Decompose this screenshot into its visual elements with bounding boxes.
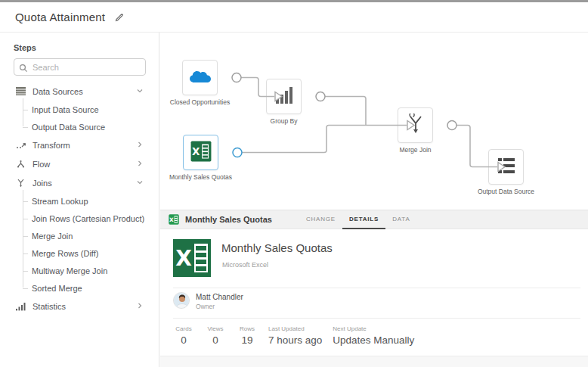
source-name: Monthly Sales Quotas [221, 241, 333, 254]
node-label: Output Data Source [472, 188, 540, 196]
sidebar-item-label: Merge Join [32, 232, 73, 241]
details-panel: X Monthly Sales Quotas CHANGE DETAILS DA… [160, 210, 588, 367]
joins-children: Stream Lookup Join Rows (Cartesian Produ… [0, 192, 159, 297]
details-panel-body: X Monthly Sales Quotas Microsoft Excel M… [160, 229, 588, 367]
node-box[interactable] [398, 107, 433, 143]
sidebar-item-label: Join Rows (Cartesian Product) [32, 214, 144, 223]
sidebar-item-stream-lookup[interactable]: Stream Lookup [0, 192, 159, 210]
sidebar-item-label: Stream Lookup [32, 197, 88, 206]
stat-views: Views 0 [205, 325, 226, 346]
divider [173, 288, 580, 288]
sidebar-item-label: Joins [32, 179, 52, 188]
source-type: Microsoft Excel [222, 261, 268, 269]
steps-tree: Data Sources Input Data Source Output Da… [0, 82, 159, 316]
panel-title: Monthly Sales Quotas [185, 215, 272, 224]
tab-details[interactable]: DETAILS [342, 210, 385, 229]
sidebar-item-label: Flow [32, 160, 50, 169]
node-group-by[interactable]: Group By [249, 79, 318, 126]
chevron-down-icon [136, 87, 144, 96]
joins-icon [15, 177, 26, 188]
sidebar-item-statistics[interactable]: Statistics [0, 297, 159, 316]
stat-value: 7 hours ago [268, 334, 322, 346]
stat-value: 19 [237, 334, 258, 346]
sidebar-item-transform[interactable]: Transform [0, 135, 159, 154]
node-output-data-source[interactable]: Output Data Source [472, 149, 540, 196]
steps-search [14, 58, 146, 76]
sidebar-item-multiway-merge-join[interactable]: Multiway Merge Join [0, 262, 159, 279]
sidebar-item-join-rows[interactable]: Join Rows (Cartesian Product) [0, 210, 159, 227]
panel-footer [160, 356, 588, 367]
node-monthly-sales-quotas[interactable]: X Monthly Sales Quotas [166, 135, 235, 182]
search-input[interactable] [14, 58, 146, 76]
owner-role: Owner [196, 303, 215, 310]
stats-row: Cards 0 Views 0 Rows 19 Last Updated 7 h… [173, 325, 425, 346]
sidebar-item-label: Output Data Source [32, 123, 105, 132]
sidebar-item-label: Transform [32, 141, 70, 150]
tab-data[interactable]: DATA [385, 210, 416, 229]
sidebar-item-sorted-merge[interactable]: Sorted Merge [0, 279, 159, 297]
owner-avatar [173, 292, 190, 309]
transform-icon [15, 139, 26, 151]
stat-label: Last Updated [268, 325, 322, 332]
sidebar-item-label: Input Data Source [32, 105, 99, 114]
stat-label: Views [205, 325, 226, 332]
chevron-right-icon [136, 302, 144, 311]
sidebar-item-joins[interactable]: Joins [0, 173, 159, 192]
excel-large-icon: X [173, 239, 211, 280]
svg-text:X: X [175, 246, 192, 271]
tab-change[interactable]: CHANGE [299, 210, 342, 229]
sidebar-item-input-data-source[interactable]: Input Data Source [0, 101, 159, 118]
sidebar-item-label: Statistics [32, 302, 66, 311]
node-merge-join[interactable]: Merge Join [381, 107, 450, 154]
data-sources-icon [15, 86, 26, 97]
app-header: Quota Attainment [0, 2, 588, 33]
chevron-right-icon [136, 160, 144, 169]
stat-rows: Rows 19 [237, 325, 258, 346]
node-box[interactable] [266, 79, 302, 114]
svg-text:X: X [192, 146, 200, 157]
stat-last-updated: Last Updated 7 hours ago [268, 325, 322, 346]
stat-next-update: Next Update Updates Manually [333, 325, 414, 346]
data-sources-children: Input Data Source Output Data Source [0, 101, 159, 135]
stat-label: Rows [237, 325, 258, 332]
dataflow-canvas[interactable]: Closed Opportunities Group By X Monthly … [160, 33, 588, 210]
stat-value: 0 [173, 334, 194, 346]
sidebar-item-label: Data Sources [32, 87, 83, 96]
node-label: Group By [249, 117, 318, 126]
divider [173, 318, 580, 319]
sidebar-item-output-data-source[interactable]: Output Data Source [0, 118, 159, 135]
node-box[interactable] [488, 149, 524, 185]
node-label: Merge Join [381, 146, 450, 154]
output-rows-icon [497, 157, 515, 177]
merge-join-icon [406, 114, 426, 138]
excel-icon: X [190, 141, 212, 165]
stat-value: 0 [205, 334, 226, 346]
sidebar-item-flow[interactable]: Flow [0, 154, 159, 173]
flow-icon [15, 158, 26, 170]
app-window: Quota Attainment Steps Data Sources [0, 0, 588, 367]
steps-heading: Steps [14, 43, 159, 52]
sidebar-item-label: Sorted Merge [32, 284, 82, 293]
details-panel-header: X Monthly Sales Quotas CHANGE DETAILS DA… [160, 210, 588, 229]
node-box-selected[interactable]: X [183, 135, 218, 170]
chevron-down-icon [136, 179, 144, 188]
sidebar-item-data-sources[interactable]: Data Sources [0, 82, 159, 101]
excel-mini-icon: X [169, 214, 179, 225]
bar-chart-icon [275, 86, 293, 108]
node-closed-opportunities[interactable]: Closed Opportunities [166, 60, 234, 107]
edit-title-pencil-icon[interactable] [114, 12, 125, 23]
sidebar-item-label: Merge Rows (Diff) [32, 249, 98, 258]
search-icon [19, 62, 28, 76]
sidebar-item-merge-join[interactable]: Merge Join [0, 227, 159, 244]
node-label: Closed Opportunities [166, 98, 234, 107]
svg-text:X: X [169, 216, 174, 223]
page-title: Quota Attainment [15, 11, 105, 23]
salesforce-cloud-icon [187, 67, 213, 89]
sidebar-item-label: Multiway Merge Join [32, 266, 107, 275]
stat-label: Cards [173, 325, 194, 332]
stat-cards: Cards 0 [173, 325, 194, 346]
stat-label: Next Update [333, 325, 414, 332]
owner-name: Matt Chandler [196, 293, 243, 301]
sidebar-item-merge-rows-diff[interactable]: Merge Rows (Diff) [0, 244, 159, 262]
node-box[interactable] [182, 60, 218, 95]
